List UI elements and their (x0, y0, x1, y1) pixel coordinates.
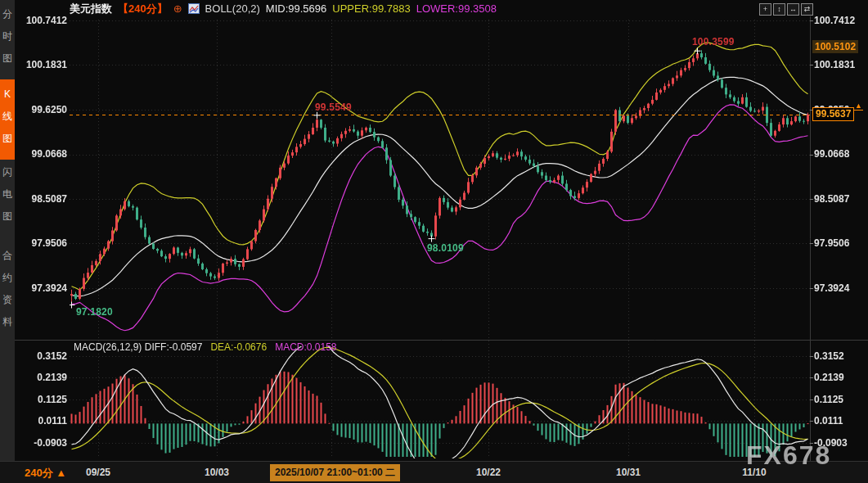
price-tick-label: 98.5087 (814, 193, 865, 205)
price-tick-label: 97.9506 (23, 237, 67, 249)
sidebar-item-label: 合约资料 (2, 250, 12, 327)
sidebar-item-candlestick-chart[interactable]: K线图 (0, 79, 15, 160)
swing-high-annotation: 99.5549 (315, 102, 352, 113)
chart-header: 美元指数 【240分】 ⊕ BOLL(20,2) MID:99.5696 UPP… (70, 2, 497, 16)
date-tick-label: 10/03 (205, 467, 229, 478)
time-axis-bar: 240分 ▲ 09/25 10/03 10/22 10/31 11/10 202… (0, 461, 868, 483)
alert-price-badge: 100.5102 (812, 40, 858, 53)
last-price-badge: 99.5637 (812, 107, 854, 121)
price-tick-label: 100.7412 (814, 15, 865, 26)
macd-dea-value: DEA:-0.0676 (210, 341, 267, 353)
macd-tick-label: 0.3152 (814, 350, 865, 362)
macd-tick-label: 0.1125 (23, 394, 67, 405)
sidebar-item-label: 分时图 (2, 8, 12, 64)
add-indicator-icon[interactable]: ⊕ (173, 2, 182, 15)
price-tick-label: 100.1831 (814, 59, 865, 70)
macd-tick-label: 0.2139 (23, 372, 67, 383)
move-chart-icon[interactable]: + (759, 3, 771, 16)
symbol-title: 美元指数 (70, 2, 112, 16)
session-high-annotation: 100.3599 (692, 36, 735, 47)
boll-formula-label: BOLL(20,2) (205, 2, 260, 15)
session-low-annotation: 97.1820 (76, 306, 113, 318)
shift-right-icon[interactable]: ⇄ (801, 3, 813, 16)
price-tick-label: 99.6250 (23, 104, 67, 115)
date-tick-label: 10/31 (616, 467, 641, 478)
price-tick-label: 100.7412 (23, 15, 67, 26)
price-tick-label: 97.9506 (814, 237, 865, 249)
macd-tick-label: 0.3152 (23, 350, 67, 362)
price-alert-icon[interactable]: ▲ (854, 102, 863, 111)
macd-tick-label: 0.2139 (814, 372, 865, 383)
macd-tick-label: 0.0111 (814, 415, 865, 427)
chart-application-window: 分时图 K线图 闪电图 合约资料 美元指数 【240分】 ⊕ BOLL(20,2… (0, 0, 868, 483)
price-tick-label: 99.0668 (814, 148, 865, 160)
boll-lower-value: LOWER:99.3508 (416, 2, 497, 15)
sidebar-item-contract-info[interactable]: 合约资料 (0, 245, 15, 341)
sidebar-item-label: 闪电图 (2, 166, 12, 222)
boll-mid-value: MID:99.5696 (266, 2, 326, 15)
chart-type-sidebar: 分时图 K线图 闪电图 合约资料 (0, 0, 15, 483)
compress-x-icon[interactable]: ↔ (787, 3, 799, 16)
sidebar-item-timeline-chart[interactable]: 分时图 (0, 3, 15, 74)
period-tag[interactable]: 【240分】 (118, 2, 168, 16)
price-tick-label: 98.5087 (23, 193, 67, 205)
macd-header: MACD(26,12,9) DIFF:-0.0597 DEA:-0.0676 M… (74, 341, 337, 353)
period-selector[interactable]: 240分 ▲ (25, 466, 66, 481)
macd-tick-label: 0.1125 (814, 394, 865, 405)
macd-tick-label: -0.0903 (23, 437, 67, 449)
macd-formula-label: MACD(26,12,9) (74, 341, 142, 353)
date-tick-label: 10/22 (476, 467, 501, 478)
macd-hist-value: MACD:0.0158 (275, 341, 336, 353)
price-tick-label: 97.3924 (23, 282, 67, 294)
macd-tick-label: 0.0111 (23, 415, 67, 427)
selected-bar-time-range: 2025/10/07 21:00~01:00 二 (270, 464, 400, 481)
main-chart-canvas[interactable] (0, 0, 868, 483)
line-chart-icon[interactable] (188, 3, 200, 14)
price-tick-label: 97.3924 (814, 282, 865, 294)
sidebar-item-lightning-chart[interactable]: 闪电图 (0, 161, 15, 237)
price-tick-label: 99.0668 (23, 148, 67, 160)
chart-toolbar: + ↕ ↔ ⇄ (759, 3, 813, 16)
macd-diff-value: DIFF:-0.0597 (145, 341, 203, 353)
boll-upper-value: UPPER:99.7883 (332, 2, 410, 15)
swing-low-annotation: 98.0109 (427, 242, 464, 254)
compress-y-icon[interactable]: ↕ (773, 3, 785, 16)
fx678-watermark: FX678 (746, 440, 831, 471)
price-tick-label: 100.1831 (23, 59, 67, 70)
sidebar-item-label: K线图 (2, 88, 12, 144)
date-tick-label: 09/25 (86, 467, 110, 478)
